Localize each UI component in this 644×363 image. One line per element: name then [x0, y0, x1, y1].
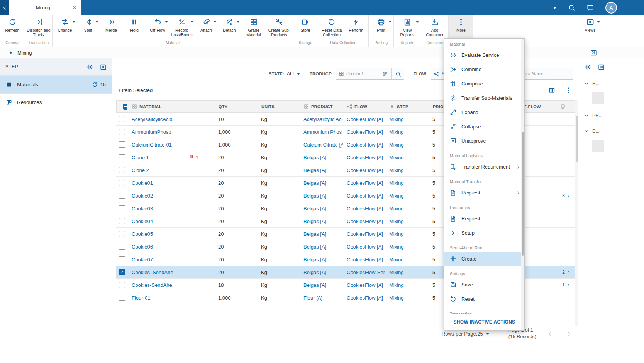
- cell-flow[interactable]: CookiesFlow [A]: [343, 257, 385, 262]
- chevron-right-icon[interactable]: [566, 283, 571, 287]
- cell-step[interactable]: Mixing: [385, 295, 429, 301]
- cell-flow[interactable]: CookiesFlow [A]: [343, 142, 385, 148]
- chevron-right-icon[interactable]: [566, 194, 571, 198]
- cell-material[interactable]: CalciumCitrate-01: [128, 142, 185, 148]
- toolbar-button-perform[interactable]: Perform: [344, 15, 368, 40]
- topbar-dropdown-caret-icon[interactable]: [553, 7, 557, 9]
- cell-flow[interactable]: CookiesFlow [A]: [343, 155, 385, 160]
- rows-per-page-caret-icon[interactable]: [486, 333, 489, 335]
- next-page-icon[interactable]: [566, 331, 572, 337]
- cell-step[interactable]: Mixing: [385, 155, 429, 160]
- column-header-qty[interactable]: QTY: [215, 104, 258, 109]
- search-icon[interactable]: [568, 4, 575, 11]
- cell-material[interactable]: Cookie06: [128, 244, 185, 250]
- toolbar-button-off-flow[interactable]: Off-Flow: [146, 15, 169, 40]
- panel-section-h[interactable]: H...: [578, 76, 644, 91]
- toolbar-button-refresh[interactable]: Refresh: [1, 15, 24, 40]
- menu-item-create[interactable]: Create: [444, 252, 524, 266]
- state-dropdown-caret-icon[interactable]: [297, 73, 300, 75]
- row-checkbox[interactable]: [119, 244, 125, 250]
- cell-flow[interactable]: CookiesFlow [A]: [343, 231, 385, 237]
- cell-step[interactable]: Mixing: [385, 142, 429, 148]
- menu-item-evaluate-service[interactable]: Evaluate Service: [444, 48, 524, 62]
- cell-product[interactable]: Belgas [A]: [300, 167, 343, 173]
- expand-panel-icon[interactable]: [598, 64, 605, 70]
- menu-item-request[interactable]: Request: [444, 186, 524, 200]
- cell-product[interactable]: Belgas [A]: [300, 257, 343, 262]
- cell-material[interactable]: AmmoniumPhosp: [128, 129, 185, 135]
- rows-per-page-value[interactable]: 25: [477, 331, 483, 337]
- cell-product[interactable]: Belgas [A]: [300, 206, 343, 211]
- kebab-menu-icon[interactable]: [565, 87, 572, 94]
- sidebar-item-materials[interactable]: Materials15: [0, 76, 112, 94]
- menu-item-transfer-requirement[interactable]: Transfer Requirement: [444, 160, 524, 174]
- cell-flow[interactable]: CookiesFlow-Send: [343, 269, 385, 275]
- menu-item-combine[interactable]: Combine: [444, 62, 524, 77]
- cell-product[interactable]: Belgas [A]: [300, 155, 343, 160]
- columns-icon[interactable]: [549, 87, 555, 94]
- cell-step[interactable]: Mixing: [385, 129, 429, 135]
- menu-item-request[interactable]: Request: [444, 211, 524, 226]
- cell-product[interactable]: Ammonium Phos: [300, 129, 343, 135]
- toolbar-button-grade-material[interactable]: Grade Material: [241, 15, 266, 40]
- row-checkbox[interactable]: [119, 141, 125, 148]
- cell-product[interactable]: Belgas [A]: [300, 180, 343, 186]
- avatar[interactable]: A: [605, 2, 617, 14]
- toolbar-button-record-loss-bonus[interactable]: Record Loss/Bonus: [169, 15, 195, 40]
- toolbar-button-add-container[interactable]: Add Container: [422, 15, 447, 40]
- toolbar-button-detach[interactable]: Detach: [218, 15, 241, 40]
- state-filter-value[interactable]: ALL: [287, 71, 295, 77]
- row-checkbox[interactable]: [119, 193, 125, 199]
- cell-step[interactable]: Mixing: [385, 269, 429, 275]
- toolbar-button-change[interactable]: Change: [53, 15, 76, 40]
- previous-page-icon[interactable]: [547, 331, 553, 337]
- menu-item-compose[interactable]: Compose: [444, 77, 524, 91]
- cell-product[interactable]: Acetylsalicylic Acid: [300, 116, 343, 122]
- cell-flow[interactable]: CookiesFlow [A]: [343, 244, 385, 250]
- cell-material[interactable]: Cookie04: [128, 218, 185, 224]
- toolbar-button-hold[interactable]: Hold: [123, 15, 146, 40]
- toolbar-button-dispatch-and-track[interactable]: Dispatch and Track-: [26, 15, 51, 40]
- cell-flow[interactable]: CookiesFlow [A]: [343, 180, 385, 186]
- cell-material[interactable]: Cookies-SendAhe.: [128, 282, 185, 288]
- cell-product[interactable]: Belgas [A]: [300, 244, 343, 250]
- cell-step[interactable]: Mixing: [385, 116, 429, 122]
- expand-panel-icon[interactable]: [590, 49, 597, 56]
- select-all-checkbox[interactable]: [123, 104, 127, 110]
- filter-icon[interactable]: [382, 71, 388, 77]
- cell-step[interactable]: Mixing: [385, 193, 429, 199]
- row-checkbox[interactable]: [119, 231, 125, 237]
- cell-product[interactable]: Belgas [A]: [300, 193, 343, 199]
- vertical-scrollbar[interactable]: [575, 100, 578, 326]
- menu-item-save[interactable]: Save: [444, 278, 524, 292]
- cell-flow[interactable]: CookiesFlow [A]: [343, 167, 385, 173]
- column-header-step[interactable]: STEP: [386, 104, 429, 109]
- menu-item-unapprove[interactable]: Unapprove: [444, 134, 524, 148]
- cell-material[interactable]: Flour-01: [128, 295, 185, 301]
- cell-flow[interactable]: CookiesFlow [A]: [343, 193, 385, 199]
- row-checkbox[interactable]: [119, 282, 125, 288]
- toolbar-button-reset-data-collection[interactable]: Reset Data Collection: [319, 15, 344, 40]
- cell-step[interactable]: Mixing: [385, 206, 429, 211]
- cell-product[interactable]: Belgas [A]: [300, 282, 343, 288]
- cell-material[interactable]: Cookie03: [128, 206, 185, 211]
- cell-material[interactable]: Cookie02: [128, 193, 185, 199]
- column-header-units[interactable]: UNITS: [258, 104, 300, 109]
- sidebar-item-resources[interactable]: Resources: [0, 94, 112, 111]
- toolbar-button-views[interactable]: Views: [578, 15, 602, 47]
- cell-flow[interactable]: CookiesFlow [A]: [343, 206, 385, 211]
- row-checkbox[interactable]: [119, 154, 125, 160]
- chevron-right-icon[interactable]: [566, 270, 571, 274]
- row-checkbox[interactable]: ✓: [119, 269, 125, 275]
- tab-mixing[interactable]: Mixing ×: [9, 0, 81, 15]
- row-checkbox[interactable]: [119, 116, 125, 122]
- cell-product[interactable]: Belgas [A]: [300, 218, 343, 224]
- cell-flow[interactable]: CookiesFlow [A]: [343, 218, 385, 224]
- row-checkbox[interactable]: [119, 295, 125, 301]
- menu-item-setup[interactable]: Setup: [444, 226, 524, 240]
- cell-product[interactable]: Calcium Citrate [A]: [300, 142, 343, 148]
- column-header-product[interactable]: PRODUCT: [300, 104, 343, 109]
- cell-material[interactable]: Cookies_SendAhe: [128, 269, 185, 275]
- row-checkbox[interactable]: [119, 218, 125, 224]
- cell-material[interactable]: Clone 2: [128, 167, 185, 173]
